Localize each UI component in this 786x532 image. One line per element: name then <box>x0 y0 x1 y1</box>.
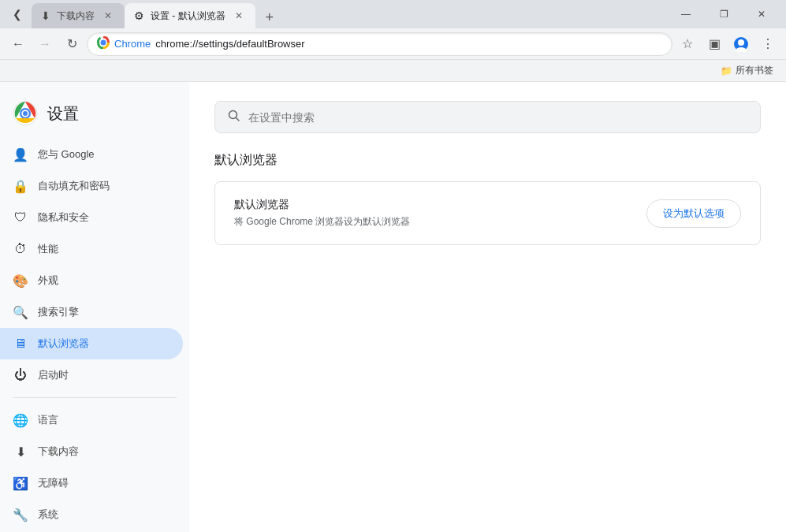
sidebar-item-search[interactable]: 🔍 搜索引擎 <box>0 296 183 328</box>
tab-settings-close[interactable]: ✕ <box>232 9 246 23</box>
default-browser-label: 默认浏览器 <box>38 337 89 351</box>
google-account-label: 您与 Google <box>38 147 95 162</box>
downloads-label: 下载内容 <box>38 445 79 459</box>
card-description: 将 Google Chrome 浏览器设为默认浏览器 <box>234 215 410 229</box>
forward-button[interactable]: → <box>33 32 57 56</box>
content-area: 默认浏览器 默认浏览器 将 Google Chrome 浏览器设为默认浏览器 设… <box>189 82 786 532</box>
tab-downloads-icon: ⬇ <box>41 9 50 22</box>
all-bookmarks-label: 所有书签 <box>736 64 773 77</box>
back-button[interactable]: ← <box>6 32 30 56</box>
sidebar-title: 设置 <box>47 103 79 125</box>
sidebar-header: 设置 <box>0 95 189 139</box>
default-browser-card: 默认浏览器 将 Google Chrome 浏览器设为默认浏览器 设为默认选项 <box>214 181 761 245</box>
chrome-logo-icon <box>13 101 38 126</box>
sidebar-item-appearance[interactable]: 🎨 外观 <box>0 265 183 296</box>
all-bookmarks[interactable]: 📁 所有书签 <box>714 61 780 80</box>
sidebar-item-autofill[interactable]: 🔒 自动填充和密码 <box>0 170 183 202</box>
titlebar-nav-prev[interactable]: ❮ <box>6 3 28 25</box>
search-engine-label: 搜索引擎 <box>38 305 79 319</box>
address-chrome-icon <box>97 36 110 51</box>
accessibility-icon: ♿ <box>13 475 28 491</box>
appearance-icon: 🎨 <box>13 273 28 288</box>
search-icon <box>228 110 240 125</box>
autofill-label: 自动填充和密码 <box>38 179 110 193</box>
window-controls: — ❐ ✕ <box>668 2 780 27</box>
sidebar-divider <box>13 397 177 398</box>
set-default-button[interactable]: 设为默认选项 <box>646 199 741 228</box>
sidebar-item-accessibility[interactable]: ♿ 无障碍 <box>0 467 183 499</box>
sidebar: 设置 👤 您与 Google 🔒 自动填充和密码 🛡 隐私和安全 ⏱ 性能 🎨 … <box>0 82 189 532</box>
sidebar-item-performance[interactable]: ⏱ 性能 <box>0 233 183 265</box>
toolbar: ← → ↻ Chrome chrome://settings/defaultBr… <box>0 28 786 60</box>
language-icon: 🌐 <box>13 412 28 428</box>
privacy-label: 隐私和安全 <box>38 210 89 225</box>
titlebar: ❮ ⬇ 下载内容 ✕ ⚙ 设置 - 默认浏览器 ✕ + — ❐ ✕ <box>0 0 786 28</box>
bookmarks-bar: 📁 所有书签 <box>0 60 786 82</box>
sidebar-nav: 👤 您与 Google 🔒 自动填充和密码 🛡 隐私和安全 ⏱ 性能 🎨 外观 … <box>0 139 189 391</box>
search-engine-icon: 🔍 <box>13 304 28 320</box>
address-chrome-text: Chrome <box>114 38 151 50</box>
close-button[interactable]: ✕ <box>743 2 780 27</box>
system-label: 系统 <box>38 508 58 522</box>
startup-icon: ⏻ <box>13 367 28 383</box>
address-url: chrome://settings/defaultBrowser <box>155 38 662 50</box>
bookmarks-folder-icon: 📁 <box>721 65 732 76</box>
autofill-icon: 🔒 <box>13 178 28 194</box>
svg-point-3 <box>738 39 744 46</box>
sidebar-item-google-account[interactable]: 👤 您与 Google <box>0 139 183 170</box>
sidebar-item-default-browser[interactable]: 🖥 默认浏览器 <box>0 328 183 359</box>
performance-icon: ⏱ <box>13 241 28 257</box>
sidebar-item-startup[interactable]: ⏻ 启动时 <box>0 359 183 391</box>
svg-point-9 <box>23 111 28 116</box>
new-tab-button[interactable]: + <box>259 6 281 28</box>
tab-downloads-close[interactable]: ✕ <box>101 9 115 23</box>
sidebar-item-language[interactable]: 🌐 语言 <box>0 404 183 436</box>
downloads-icon: ⬇ <box>13 444 28 459</box>
sidebar-item-system[interactable]: 🔧 系统 <box>0 499 183 530</box>
section-title: 默认浏览器 <box>214 152 761 169</box>
search-input[interactable] <box>248 111 747 124</box>
system-icon: 🔧 <box>13 507 28 523</box>
performance-label: 性能 <box>38 242 58 256</box>
address-bar[interactable]: Chrome chrome://settings/defaultBrowser <box>87 32 672 56</box>
card-title: 默认浏览器 <box>234 198 410 212</box>
profile-button[interactable] <box>729 32 753 56</box>
default-browser-icon: 🖥 <box>13 336 28 352</box>
sidebar-item-downloads[interactable]: ⬇ 下载内容 <box>0 436 183 467</box>
sidebar-item-privacy[interactable]: 🛡 隐私和安全 <box>0 202 183 233</box>
titlebar-left: ❮ <box>6 3 28 25</box>
sidebar-button[interactable]: ▣ <box>702 32 726 56</box>
appearance-label: 外观 <box>38 273 58 288</box>
minimize-button[interactable]: — <box>668 2 704 27</box>
google-account-icon: 👤 <box>13 147 28 162</box>
tab-downloads[interactable]: ⬇ 下载内容 ✕ <box>32 3 125 28</box>
language-label: 语言 <box>38 413 58 427</box>
startup-label: 启动时 <box>38 368 69 382</box>
accessibility-label: 无障碍 <box>38 476 69 490</box>
settings-search-bar[interactable] <box>214 101 761 133</box>
tab-settings-label: 设置 - 默认浏览器 <box>151 9 225 23</box>
svg-point-1 <box>101 40 106 46</box>
card-left: 默认浏览器 将 Google Chrome 浏览器设为默认浏览器 <box>234 198 410 229</box>
tab-settings-icon: ⚙ <box>134 9 144 22</box>
tabs-area: ⬇ 下载内容 ✕ ⚙ 设置 - 默认浏览器 ✕ + <box>32 0 665 28</box>
main-layout: 设置 👤 您与 Google 🔒 自动填充和密码 🛡 隐私和安全 ⏱ 性能 🎨 … <box>0 82 786 532</box>
maximize-button[interactable]: ❐ <box>706 2 742 27</box>
tab-settings[interactable]: ⚙ 设置 - 默认浏览器 ✕ <box>125 3 255 28</box>
privacy-icon: 🛡 <box>13 210 28 225</box>
sidebar-nav-2: 🌐 语言 ⬇ 下载内容 ♿ 无障碍 🔧 系统 <box>0 404 189 530</box>
toolbar-right: ☆ ▣ ⋮ <box>676 32 780 56</box>
svg-line-11 <box>237 118 240 121</box>
bookmark-button[interactable]: ☆ <box>676 32 699 56</box>
refresh-button[interactable]: ↻ <box>60 32 84 56</box>
tab-downloads-label: 下载内容 <box>57 9 95 23</box>
more-button[interactable]: ⋮ <box>756 32 780 56</box>
